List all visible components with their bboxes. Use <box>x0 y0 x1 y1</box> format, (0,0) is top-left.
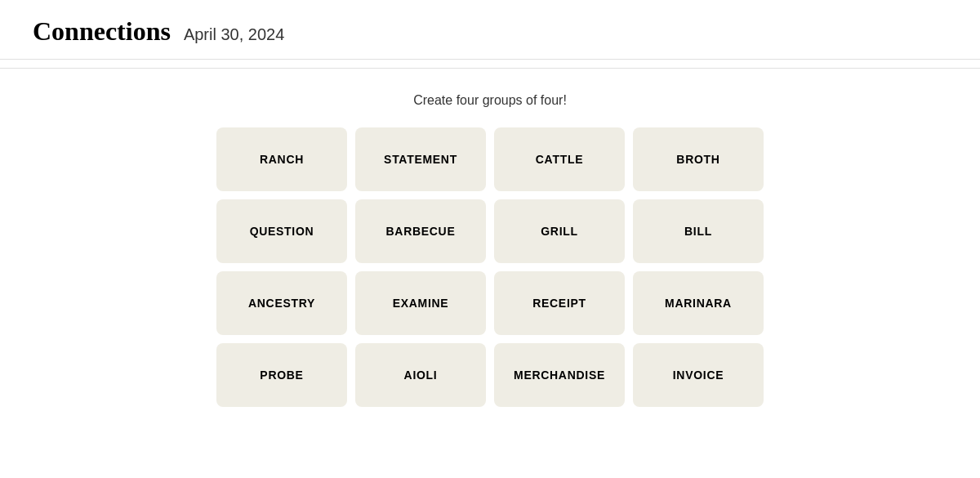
word-label-ancestry: ANCESTRY <box>248 297 315 310</box>
word-card-question[interactable]: QUESTION <box>216 199 347 263</box>
word-card-ranch[interactable]: RANCH <box>216 127 347 191</box>
word-card-merchandise[interactable]: MERCHANDISE <box>494 343 625 407</box>
word-label-aioli: AIOLI <box>404 369 438 382</box>
word-label-question: QUESTION <box>250 225 314 238</box>
word-card-statement[interactable]: STATEMENT <box>355 127 486 191</box>
word-grid: RANCHSTATEMENTCATTLEBROTHQUESTIONBARBECU… <box>216 127 764 407</box>
word-label-statement: STATEMENT <box>384 153 457 166</box>
word-label-broth: BROTH <box>676 153 719 166</box>
app-title: Connections <box>33 16 171 47</box>
word-label-bill: BILL <box>684 225 712 238</box>
word-card-barbecue[interactable]: BARBECUE <box>355 199 486 263</box>
word-label-marinara: MARINARA <box>665 297 732 310</box>
word-card-aioli[interactable]: AIOLI <box>355 343 486 407</box>
word-card-receipt[interactable]: RECEIPT <box>494 271 625 335</box>
word-label-probe: PROBE <box>260 369 303 382</box>
word-label-ranch: RANCH <box>260 153 304 166</box>
subtitle-text: Create four groups of four! <box>413 93 567 108</box>
word-card-invoice[interactable]: INVOICE <box>633 343 764 407</box>
word-label-cattle: CATTLE <box>536 153 583 166</box>
word-label-grill: GRILL <box>541 225 578 238</box>
word-card-marinara[interactable]: MARINARA <box>633 271 764 335</box>
word-card-probe[interactable]: PROBE <box>216 343 347 407</box>
word-label-barbecue: BARBECUE <box>386 225 456 238</box>
word-label-invoice: INVOICE <box>673 369 724 382</box>
word-card-bill[interactable]: BILL <box>633 199 764 263</box>
word-card-ancestry[interactable]: ANCESTRY <box>216 271 347 335</box>
word-label-merchandise: MERCHANDISE <box>514 369 605 382</box>
word-card-cattle[interactable]: CATTLE <box>494 127 625 191</box>
top-divider <box>0 59 980 60</box>
word-label-examine: EXAMINE <box>393 297 449 310</box>
word-card-grill[interactable]: GRILL <box>494 199 625 263</box>
word-card-examine[interactable]: EXAMINE <box>355 271 486 335</box>
word-label-receipt: RECEIPT <box>532 297 586 310</box>
word-card-broth[interactable]: BROTH <box>633 127 764 191</box>
main-content: Create four groups of four! RANCHSTATEME… <box>0 69 980 423</box>
page-header: Connections April 30, 2024 <box>0 0 980 59</box>
puzzle-date: April 30, 2024 <box>184 25 284 44</box>
